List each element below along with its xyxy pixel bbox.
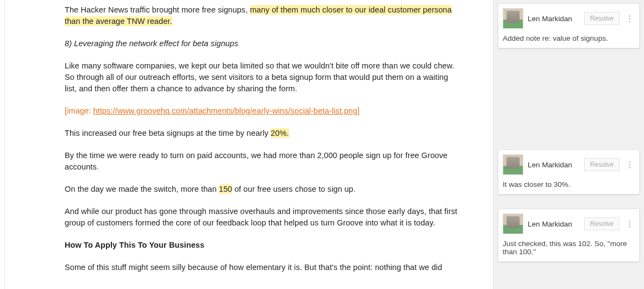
paragraph: By the time we were ready to turn on pai… [65, 150, 461, 173]
section-heading-italic: 8) Leveraging the network effect for bet… [65, 38, 461, 49]
avatar [503, 213, 523, 234]
resolve-button[interactable]: Resolve [584, 217, 620, 230]
text: The Hacker News traffic brought more fre… [65, 5, 250, 14]
image-placeholder-line: [image: https://www.groovehq.com/attachm… [65, 105, 461, 117]
text: [image: [65, 106, 93, 115]
comment-body: Just checked, this was 102. So, "more th… [503, 240, 635, 256]
paragraph: This increased our free beta signups at … [65, 128, 461, 139]
document-body: The Hacker News traffic brought more fre… [5, 0, 493, 289]
highlighted-text[interactable]: 20%. [271, 128, 289, 138]
comment-body: Added note re: value of signups. [503, 34, 635, 42]
kebab-menu-icon[interactable] [624, 14, 635, 23]
comment-author: Len Markidan [528, 161, 580, 169]
comment-card[interactable]: Len Markidan Resolve Just checked, this … [498, 209, 640, 262]
paragraph: On the day we made the switch, more than… [65, 184, 461, 195]
image-link[interactable]: https://www.groovehq.com/attachments/blo… [93, 106, 357, 115]
resolve-button[interactable]: Resolve [584, 158, 620, 171]
text: This increased our free beta signups at … [65, 129, 271, 137]
paragraph: The Hacker News traffic brought more fre… [65, 4, 461, 27]
avatar [503, 8, 523, 29]
avatar [503, 154, 523, 175]
paragraph: Some of this stuff might seem silly beca… [65, 262, 461, 273]
spacer [498, 54, 640, 144]
text: On the day we made the switch, more than [65, 185, 219, 193]
paragraph: Like many software companies, we kept ou… [65, 60, 461, 95]
resolve-button[interactable]: Resolve [584, 12, 620, 25]
comment-author: Len Markidan [528, 220, 580, 228]
spacer [498, 200, 640, 203]
kebab-menu-icon[interactable] [624, 219, 635, 229]
section-heading-bold: How To Apply This To Your Business [65, 240, 461, 251]
comment-card[interactable]: Len Markidan Resolve Added note re: valu… [498, 3, 640, 48]
text: ] [357, 106, 359, 115]
comments-sidebar: Len Markidan Resolve Added note re: valu… [493, 0, 644, 289]
kebab-menu-icon[interactable] [624, 160, 635, 169]
paragraph: And while our product has gone through m… [65, 206, 461, 229]
comment-author: Len Markidan [528, 15, 580, 23]
highlighted-text[interactable]: 150 [219, 184, 233, 194]
comment-body: It was closer to 30%. [503, 180, 635, 189]
text: of our free users chose to sign up. [232, 185, 355, 193]
comment-card[interactable]: Len Markidan Resolve It was closer to 30… [498, 149, 640, 194]
left-gutter [0, 0, 5, 289]
